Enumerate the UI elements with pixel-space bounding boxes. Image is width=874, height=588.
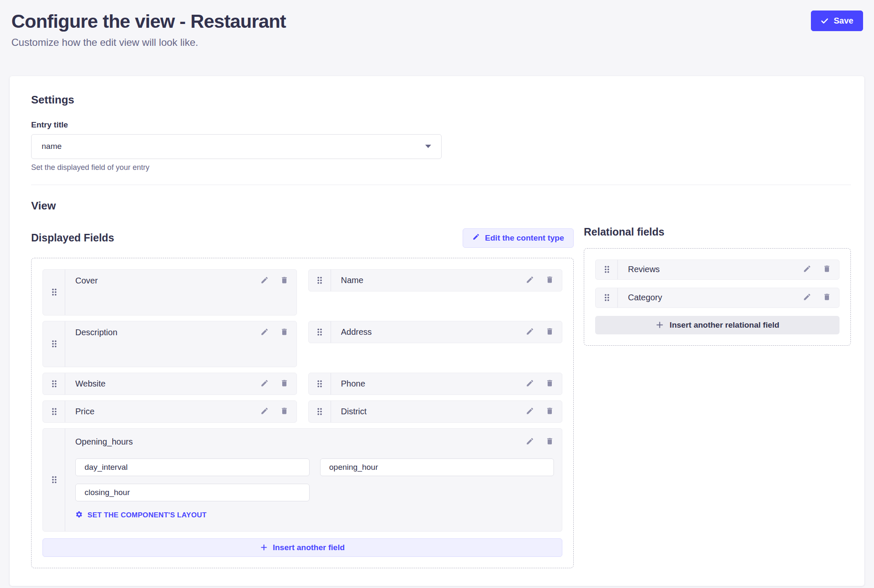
relational-fields-label: Relational fields bbox=[584, 226, 665, 238]
save-button[interactable]: Save bbox=[811, 11, 863, 31]
delete-field-button[interactable] bbox=[546, 379, 554, 389]
plus-icon bbox=[260, 543, 268, 551]
drag-handle-icon[interactable] bbox=[43, 401, 65, 422]
edit-field-button[interactable] bbox=[526, 275, 534, 285]
trash-icon bbox=[280, 328, 289, 337]
pencil-icon bbox=[526, 379, 534, 389]
delete-field-button[interactable] bbox=[280, 407, 289, 416]
pencil-icon bbox=[803, 265, 811, 274]
drag-handle-icon[interactable] bbox=[596, 260, 618, 279]
edit-field-button[interactable] bbox=[260, 276, 269, 286]
edit-field-button[interactable] bbox=[526, 407, 534, 416]
entry-title-selected-value: name bbox=[42, 142, 62, 151]
field-card-website[interactable]: Website bbox=[42, 373, 297, 395]
subfield-day-interval[interactable]: day_interval bbox=[75, 458, 310, 476]
drag-handle-icon[interactable] bbox=[43, 373, 65, 395]
field-label: Name bbox=[341, 275, 526, 285]
field-label: Cover bbox=[75, 276, 260, 286]
insert-another-field-label: Insert another field bbox=[273, 543, 344, 552]
view-heading: View bbox=[31, 199, 851, 212]
field-card-description[interactable]: Description bbox=[42, 321, 297, 367]
drag-handle-icon[interactable] bbox=[43, 429, 65, 531]
subfield-opening-hour[interactable]: opening_hour bbox=[320, 458, 554, 476]
configure-view-page: Configure the view - Restaurant Customiz… bbox=[0, 0, 874, 586]
pencil-icon bbox=[260, 328, 269, 337]
entry-title-hint: Set the displayed field of your entry bbox=[31, 163, 851, 172]
edit-field-button[interactable] bbox=[526, 327, 534, 337]
delete-field-button[interactable] bbox=[280, 328, 289, 337]
delete-field-button[interactable] bbox=[823, 265, 831, 274]
trash-icon bbox=[280, 379, 289, 389]
relational-fields-dropzone: Reviews bbox=[584, 248, 851, 346]
delete-field-button[interactable] bbox=[546, 437, 554, 447]
edit-field-button[interactable] bbox=[526, 437, 534, 447]
delete-field-button[interactable] bbox=[280, 379, 289, 389]
edit-field-button[interactable] bbox=[260, 407, 269, 416]
edit-field-button[interactable] bbox=[260, 379, 269, 389]
field-card-name[interactable]: Name bbox=[308, 269, 563, 291]
drag-handle-icon[interactable] bbox=[309, 373, 331, 395]
edit-field-button[interactable] bbox=[260, 328, 269, 337]
field-card-address[interactable]: Address bbox=[308, 321, 563, 343]
drag-handle-icon[interactable] bbox=[309, 270, 331, 291]
insert-another-relational-field-button[interactable]: Insert another relational field bbox=[595, 316, 840, 334]
drag-handle-icon[interactable] bbox=[43, 270, 65, 315]
field-label: Address bbox=[341, 327, 526, 337]
pencil-icon bbox=[526, 437, 534, 447]
field-card-price[interactable]: Price bbox=[42, 400, 297, 423]
field-label: Price bbox=[75, 407, 260, 416]
plus-icon bbox=[655, 320, 664, 329]
relational-fields-column: Relational fields Reviews bbox=[584, 228, 851, 346]
delete-field-button[interactable] bbox=[823, 293, 831, 302]
view-columns: Displayed Fields Edit the content type bbox=[31, 228, 851, 568]
entry-title-select[interactable]: name bbox=[31, 134, 442, 159]
edit-field-button[interactable] bbox=[803, 293, 811, 302]
edit-content-type-button[interactable]: Edit the content type bbox=[463, 228, 574, 248]
relational-card-category[interactable]: Category bbox=[595, 288, 840, 308]
delete-field-button[interactable] bbox=[546, 327, 554, 337]
component-label: Opening_hours bbox=[75, 437, 526, 447]
settings-heading: Settings bbox=[31, 93, 851, 106]
pencil-icon bbox=[526, 275, 534, 285]
page-header: Configure the view - Restaurant Customiz… bbox=[0, 0, 874, 48]
relational-card-reviews[interactable]: Reviews bbox=[595, 260, 840, 280]
subfield-closing-hour[interactable]: closing_hour bbox=[75, 484, 310, 501]
field-card-district[interactable]: District bbox=[308, 400, 563, 423]
page-title-block: Configure the view - Restaurant Customiz… bbox=[11, 10, 286, 48]
settings-section: Settings Entry title name Set the displa… bbox=[31, 93, 851, 172]
pencil-icon bbox=[472, 233, 480, 243]
drag-handle-icon[interactable] bbox=[596, 288, 618, 307]
chevron-down-icon bbox=[425, 145, 431, 148]
delete-field-button[interactable] bbox=[280, 276, 289, 286]
trash-icon bbox=[546, 407, 554, 416]
field-card-cover[interactable]: Cover bbox=[42, 269, 297, 315]
field-label: Reviews bbox=[628, 265, 803, 274]
component-card-opening-hours[interactable]: Opening_hours day_interval opening bbox=[42, 428, 562, 532]
field-card-phone[interactable]: Phone bbox=[308, 373, 563, 395]
trash-icon bbox=[546, 379, 554, 389]
insert-another-relational-field-label: Insert another relational field bbox=[670, 320, 779, 330]
trash-icon bbox=[280, 276, 289, 286]
page-title: Configure the view - Restaurant bbox=[11, 10, 286, 33]
gear-icon bbox=[75, 511, 83, 520]
relational-fields-header: Relational fields bbox=[584, 226, 851, 238]
displayed-fields-header: Displayed Fields Edit the content type bbox=[31, 228, 574, 248]
drag-handle-icon[interactable] bbox=[309, 321, 331, 343]
fields-grid: Cover bbox=[42, 269, 562, 532]
edit-field-button[interactable] bbox=[803, 265, 811, 274]
trash-icon bbox=[546, 437, 554, 447]
displayed-fields-dropzone: Cover bbox=[31, 258, 574, 568]
insert-another-field-button[interactable]: Insert another field bbox=[42, 538, 562, 557]
set-component-layout-button[interactable]: SET THE COMPONENT'S LAYOUT bbox=[75, 511, 207, 520]
delete-field-button[interactable] bbox=[546, 275, 554, 285]
edit-field-button[interactable] bbox=[526, 379, 534, 389]
pencil-icon bbox=[526, 407, 534, 416]
field-label: District bbox=[341, 407, 526, 416]
section-divider bbox=[31, 185, 851, 185]
entry-title-label: Entry title bbox=[31, 120, 851, 130]
pencil-icon bbox=[260, 379, 269, 389]
drag-handle-icon[interactable] bbox=[309, 401, 331, 422]
delete-field-button[interactable] bbox=[546, 407, 554, 416]
drag-handle-icon[interactable] bbox=[43, 321, 65, 367]
displayed-fields-label: Displayed Fields bbox=[31, 232, 114, 244]
